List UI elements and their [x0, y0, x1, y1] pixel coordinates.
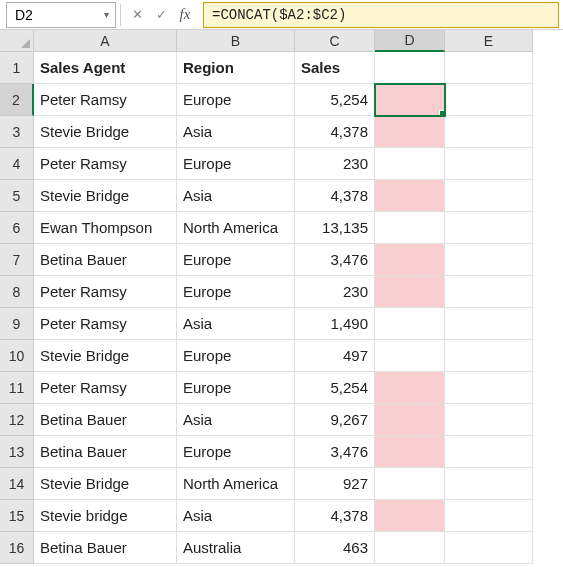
cancel-formula-button[interactable]: ✕ [125, 3, 149, 27]
cell-A4[interactable]: Peter Ramsy [34, 148, 177, 180]
cell-A11[interactable]: Peter Ramsy [34, 372, 177, 404]
cell-B6[interactable]: North America [177, 212, 295, 244]
cell-A15[interactable]: Stevie bridge [34, 500, 177, 532]
cell-C7[interactable]: 3,476 [295, 244, 375, 276]
cell-E12[interactable] [445, 404, 533, 436]
cell-B11[interactable]: Europe [177, 372, 295, 404]
cell-D10[interactable] [375, 340, 445, 372]
column-header-c[interactable]: C [295, 30, 375, 52]
cell-E9[interactable] [445, 308, 533, 340]
cell-D8[interactable] [375, 276, 445, 308]
cell-C16[interactable]: 463 [295, 532, 375, 564]
cell-B14[interactable]: North America [177, 468, 295, 500]
cell-C5[interactable]: 4,378 [295, 180, 375, 212]
cell-B12[interactable]: Asia [177, 404, 295, 436]
row-header-2[interactable]: 2 [0, 84, 34, 116]
cell-B13[interactable]: Europe [177, 436, 295, 468]
cell-E3[interactable] [445, 116, 533, 148]
cell-E5[interactable] [445, 180, 533, 212]
cell-E4[interactable] [445, 148, 533, 180]
cell-A7[interactable]: Betina Bauer [34, 244, 177, 276]
cell-B9[interactable]: Asia [177, 308, 295, 340]
cell-A5[interactable]: Stevie Bridge [34, 180, 177, 212]
cell-A9[interactable]: Peter Ramsy [34, 308, 177, 340]
cell-C11[interactable]: 5,254 [295, 372, 375, 404]
cell-E1[interactable] [445, 52, 533, 84]
formula-input[interactable]: =CONCAT($A2:$C2) [203, 2, 559, 28]
cell-D2[interactable] [375, 84, 445, 116]
name-box[interactable]: D2 ▾ [6, 2, 116, 28]
row-header-16[interactable]: 16 [0, 532, 34, 564]
cell-A8[interactable]: Peter Ramsy [34, 276, 177, 308]
cell-C14[interactable]: 927 [295, 468, 375, 500]
cell-D11[interactable] [375, 372, 445, 404]
cell-D7[interactable] [375, 244, 445, 276]
cell-C1[interactable]: Sales [295, 52, 375, 84]
cell-C12[interactable]: 9,267 [295, 404, 375, 436]
cell-E6[interactable] [445, 212, 533, 244]
cell-E13[interactable] [445, 436, 533, 468]
column-header-e[interactable]: E [445, 30, 533, 52]
cell-B8[interactable]: Europe [177, 276, 295, 308]
cell-D4[interactable] [375, 148, 445, 180]
cell-D15[interactable] [375, 500, 445, 532]
cell-D12[interactable] [375, 404, 445, 436]
row-header-10[interactable]: 10 [0, 340, 34, 372]
row-header-11[interactable]: 11 [0, 372, 34, 404]
row-header-4[interactable]: 4 [0, 148, 34, 180]
cell-C9[interactable]: 1,490 [295, 308, 375, 340]
row-header-8[interactable]: 8 [0, 276, 34, 308]
column-header-a[interactable]: A [34, 30, 177, 52]
row-header-1[interactable]: 1 [0, 52, 34, 84]
cell-A2[interactable]: Peter Ramsy [34, 84, 177, 116]
cell-D9[interactable] [375, 308, 445, 340]
cell-D5[interactable] [375, 180, 445, 212]
cell-E2[interactable] [445, 84, 533, 116]
cell-E8[interactable] [445, 276, 533, 308]
cell-C4[interactable]: 230 [295, 148, 375, 180]
cell-B4[interactable]: Europe [177, 148, 295, 180]
column-header-d[interactable]: D [375, 30, 445, 52]
cell-C3[interactable]: 4,378 [295, 116, 375, 148]
cell-C13[interactable]: 3,476 [295, 436, 375, 468]
cell-D14[interactable] [375, 468, 445, 500]
cell-B5[interactable]: Asia [177, 180, 295, 212]
cell-D3[interactable] [375, 116, 445, 148]
cell-C15[interactable]: 4,378 [295, 500, 375, 532]
cell-E14[interactable] [445, 468, 533, 500]
cell-E11[interactable] [445, 372, 533, 404]
row-header-15[interactable]: 15 [0, 500, 34, 532]
cell-C8[interactable]: 230 [295, 276, 375, 308]
cell-A12[interactable]: Betina Bauer [34, 404, 177, 436]
cell-B3[interactable]: Asia [177, 116, 295, 148]
cell-A16[interactable]: Betina Bauer [34, 532, 177, 564]
cell-A13[interactable]: Betina Bauer [34, 436, 177, 468]
confirm-formula-button[interactable]: ✓ [149, 3, 173, 27]
cell-A14[interactable]: Stevie Bridge [34, 468, 177, 500]
cell-A6[interactable]: Ewan Thompson [34, 212, 177, 244]
row-header-5[interactable]: 5 [0, 180, 34, 212]
cell-B10[interactable]: Europe [177, 340, 295, 372]
cell-D16[interactable] [375, 532, 445, 564]
cell-A3[interactable]: Stevie Bridge [34, 116, 177, 148]
row-header-3[interactable]: 3 [0, 116, 34, 148]
cell-C10[interactable]: 497 [295, 340, 375, 372]
cell-C2[interactable]: 5,254 [295, 84, 375, 116]
cell-E16[interactable] [445, 532, 533, 564]
cell-E15[interactable] [445, 500, 533, 532]
cell-E10[interactable] [445, 340, 533, 372]
cell-A1[interactable]: Sales Agent [34, 52, 177, 84]
cell-D6[interactable] [375, 212, 445, 244]
insert-function-button[interactable]: fx [173, 3, 197, 27]
cell-D13[interactable] [375, 436, 445, 468]
cell-B1[interactable]: Region [177, 52, 295, 84]
row-header-6[interactable]: 6 [0, 212, 34, 244]
cell-B7[interactable]: Europe [177, 244, 295, 276]
cell-B16[interactable]: Australia [177, 532, 295, 564]
select-all-button[interactable] [0, 30, 34, 52]
cell-A10[interactable]: Stevie Bridge [34, 340, 177, 372]
cell-D1[interactable] [375, 52, 445, 84]
column-header-b[interactable]: B [177, 30, 295, 52]
cell-C6[interactable]: 13,135 [295, 212, 375, 244]
row-header-13[interactable]: 13 [0, 436, 34, 468]
